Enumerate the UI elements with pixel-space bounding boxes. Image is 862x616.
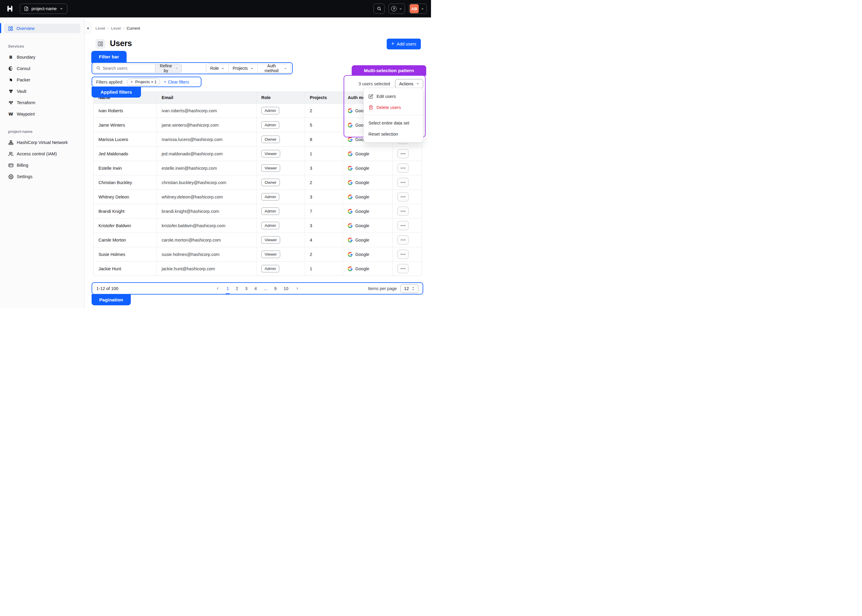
annotation-pagination: Pagination xyxy=(92,294,131,305)
auth-method-filter-dropdown[interactable]: Auth method xyxy=(258,64,290,73)
sidebar-section-services: Services xyxy=(8,44,85,49)
chevron-down-icon xyxy=(416,82,419,85)
sidebar-item-label: Access control (IAM) xyxy=(17,151,57,156)
column-header-role[interactable]: Role xyxy=(256,91,305,104)
row-actions-button[interactable] xyxy=(397,163,408,173)
search-input[interactable] xyxy=(93,64,155,73)
column-header-projects[interactable]: Projects xyxy=(305,91,343,104)
role-badge: Viewer xyxy=(261,150,280,157)
previous-page-button[interactable] xyxy=(216,286,220,290)
sidebar-item-overview[interactable]: Overview xyxy=(4,24,80,33)
chevron-down-icon xyxy=(221,67,225,70)
breadcrumb-link[interactable]: Level xyxy=(96,26,105,30)
user-name: Jackie Hunt xyxy=(93,262,157,276)
user-email: jame.winters@hashicorp.com xyxy=(157,118,256,132)
role-filter-dropdown[interactable]: Role xyxy=(206,64,228,73)
app-window: project-name ? AB Overview Services B Bo… xyxy=(0,0,431,308)
auth-method-value: Google xyxy=(355,195,369,200)
collapse-chevrons-icon: « xyxy=(87,26,89,30)
filter-dropdown-group: Role Projects Auth method xyxy=(206,64,291,73)
user-email: carole.morton@hashicorp.com xyxy=(157,233,256,247)
global-search-button[interactable] xyxy=(374,3,385,14)
column-header-email[interactable]: Email xyxy=(157,91,256,104)
sidebar-item-settings[interactable]: Settings xyxy=(0,171,85,182)
sidebar-item-consul[interactable]: Consul xyxy=(0,63,85,74)
table-row: Carole Morton carole.morton@hashicorp.co… xyxy=(93,233,422,247)
page-number-10[interactable]: 10 xyxy=(283,286,288,291)
table-row: Estelle Irwin estelle.irwin@hashicorp.co… xyxy=(93,161,422,175)
overview-grid-icon xyxy=(8,26,13,31)
row-actions-button[interactable] xyxy=(397,235,408,245)
sidebar-item-access-control[interactable]: Access control (IAM) xyxy=(0,148,85,160)
filter-chip-projects[interactable]: × Projects > 1 xyxy=(127,79,160,86)
plus-icon: + xyxy=(391,41,394,47)
menu-item-edit-users[interactable]: Edit users xyxy=(364,91,423,102)
project-selector[interactable]: project-name xyxy=(20,3,68,14)
user-email: susie.holmes@hashicorp.com xyxy=(157,247,256,262)
auth-method-value: Google xyxy=(355,266,369,271)
sidebar-item-hvn[interactable]: HashiCorp Virtual Network xyxy=(0,137,85,148)
hashicorp-logo-icon[interactable] xyxy=(5,4,14,13)
chevron-down-icon xyxy=(60,7,63,11)
user-email: jed.maldonado@hashicorp.com xyxy=(157,147,256,161)
clear-filters-link[interactable]: × Clear filters xyxy=(164,80,189,85)
role-badge: Admin xyxy=(261,265,279,272)
actions-dropdown-button[interactable]: Actions xyxy=(395,79,423,88)
role-badge: Viewer xyxy=(261,250,280,258)
add-users-button[interactable]: + Add users xyxy=(387,39,421,49)
sidebar-item-label: Billing xyxy=(17,163,28,168)
projects-count: 4 xyxy=(305,233,343,247)
user-name: Kristofer Baldwin xyxy=(93,218,157,233)
next-page-button[interactable] xyxy=(295,286,299,290)
row-actions-button[interactable] xyxy=(397,221,408,230)
google-icon xyxy=(348,252,353,257)
row-actions-button[interactable] xyxy=(397,149,408,158)
user-name: Brandi Knight xyxy=(93,204,157,218)
projects-count: 2 xyxy=(305,104,343,118)
menu-item-select-entire-data-set[interactable]: Select entire data set xyxy=(364,117,423,129)
page-number-2[interactable]: 2 xyxy=(236,286,238,291)
row-actions-button[interactable] xyxy=(397,250,408,259)
users-icon xyxy=(8,151,14,157)
sidebar-item-waypoint[interactable]: W Waypoint xyxy=(0,108,85,120)
projects-count: 1 xyxy=(305,147,343,161)
help-menu-button[interactable]: ? xyxy=(388,3,405,14)
google-icon xyxy=(348,108,353,113)
auth-method-value: Google xyxy=(355,223,369,228)
google-icon xyxy=(348,180,353,185)
row-actions-button[interactable] xyxy=(397,264,408,273)
projects-count: 3 xyxy=(305,190,343,204)
page-number-1[interactable]: 1 xyxy=(226,286,229,291)
page-number-3[interactable]: 3 xyxy=(245,286,248,291)
consul-icon xyxy=(8,66,14,71)
items-per-page-select[interactable]: 12 xyxy=(400,284,418,293)
sidebar-item-boundary[interactable]: B Boundary xyxy=(0,52,85,63)
user-name: Jame Winters xyxy=(93,118,157,132)
role-badge: Admin xyxy=(261,107,279,114)
sidebar-item-billing[interactable]: Billing xyxy=(0,160,85,171)
menu-item-reset-selection[interactable]: Reset selection xyxy=(364,129,423,140)
sidebar-item-vault[interactable]: Vault xyxy=(0,86,85,97)
sidebar-item-packer[interactable]: Packer xyxy=(0,74,85,86)
network-icon xyxy=(8,140,14,145)
row-actions-button[interactable] xyxy=(397,206,408,216)
refine-by-dropdown[interactable]: Refine by xyxy=(155,64,182,73)
sidebar-item-label: Overview xyxy=(16,26,35,31)
role-badge: Admin xyxy=(261,193,279,201)
breadcrumb-current: Current xyxy=(127,26,140,30)
projects-filter-dropdown[interactable]: Projects xyxy=(228,64,258,73)
user-name: Jed Maldonado xyxy=(93,147,157,161)
page-title: Users xyxy=(110,39,132,48)
user-email: kristofer.baldwin@hashicorp.com xyxy=(157,218,256,233)
sidebar-collapse-button[interactable]: « xyxy=(85,22,91,33)
sidebar-item-terraform[interactable]: Terraform xyxy=(0,97,85,108)
page-number-9[interactable]: 9 xyxy=(274,286,276,291)
account-menu-button[interactable]: AB xyxy=(409,3,427,14)
user-email: whitney.deleon@hashicorp.com xyxy=(157,190,256,204)
row-actions-button[interactable] xyxy=(397,178,408,187)
page-number-4[interactable]: 4 xyxy=(254,286,257,291)
row-actions-button[interactable] xyxy=(397,192,408,201)
breadcrumb-link[interactable]: Level xyxy=(111,26,121,30)
menu-item-delete-users[interactable]: Delete users xyxy=(364,102,423,113)
google-icon xyxy=(348,166,353,171)
